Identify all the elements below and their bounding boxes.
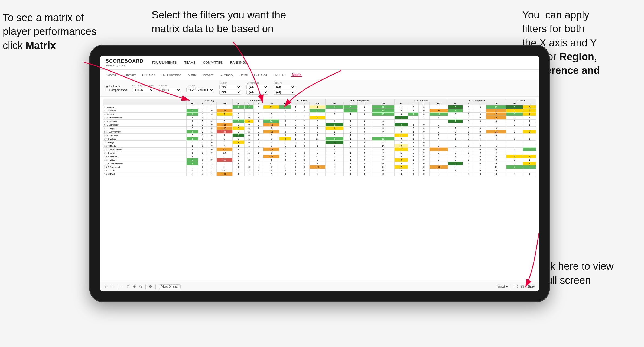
player-name: 8. P Summerhays [103,130,187,134]
filter-conference-select1[interactable]: (All) [246,85,268,89]
pointer-icon[interactable]: ⊹ [121,285,123,289]
filter-max-select[interactable]: Top 25 [132,88,154,92]
nav-tournaments[interactable]: TOURNAMENTS [152,61,177,65]
player-name: 20. M Ford [103,172,187,176]
nav-links: TOURNAMENTS TEAMS COMMITTEE RANKINGS [152,61,247,65]
filter-gender-select[interactable]: Men's [159,88,181,92]
redo-icon[interactable]: ↪ [111,285,114,289]
sub-l5: L [408,102,418,105]
table-row: 13. J Skov Olesen 110-3 210-19 1010 1000… [103,148,536,151]
logo-text: SCOREBOARD [106,58,144,64]
table-row: 11. M Ege 0100 1000 1000 0104 0104 [103,141,536,144]
player-name: 1. W Ding [103,105,187,109]
player-name: 11. M Ege [103,141,187,144]
table-row: 12. M Riedel 110-6 1101 1101 10114 0000 … [103,144,536,148]
filter-max-label: Max players in view [132,84,154,87]
sub-dif3: Dif [309,102,325,105]
player-name: 17. S De La Fuente [103,162,187,165]
player-name: 5. M La Sasso [103,120,187,123]
nav-committee[interactable]: COMMITTEE [203,61,223,65]
table-row: 20. M Ford 331-11 1107 0107 0100 0100 01… [103,172,536,176]
sub-t5: T [419,102,429,105]
sub-t1: T [207,102,216,105]
table-row: 9. N Gabrelcik 0109 0010 0109 0111 1111 … [103,134,536,137]
share-button[interactable]: Share [527,285,535,288]
col-c-lamprecht: 6. C Lamprecht [448,99,506,102]
player-name: 9. N Gabrelcik [103,134,187,137]
player-name: 6. C Lamprecht [103,123,187,127]
sub-t6: T [474,102,486,105]
table-row: 5. M La Sasso 1506 24124 3010 1106 1003 … [103,120,536,123]
subnav-matrix1[interactable]: Matrix [187,73,197,76]
sub-l7: L [523,102,536,105]
undo-icon[interactable]: ↩ [105,285,108,289]
col-m-la-sasso: 5. M La Sasso [394,99,448,102]
filter-region: Region N/A N/A [219,82,241,95]
filter-players-select1[interactable]: (All) [274,85,295,89]
bottom-toolbar: ↩ ↪ ⊹ ⊞ ⊕ ⊖ ⚙ View: Original Watch ▾ ⛶ ⊟… [100,282,539,291]
subnav-h2hgrid2[interactable]: H2H Grid [253,73,268,76]
filter-division-label: Division [186,84,214,87]
toolbar-sep4 [511,284,511,289]
player-name: 10. B Valdes [103,137,187,141]
screen-icon[interactable]: ⛶ [514,285,518,289]
sub-w5: W [394,102,408,105]
player-name: 19. D Ford [103,169,187,172]
col-m-thorbjornsen: 4. M Thorbjornsen [326,99,394,102]
subnav-summary2[interactable]: Summary [219,73,234,76]
col-g-sa: 7. G Sa [506,99,536,102]
player-name: 7. G Sargent [103,127,187,130]
player-name: 13. J Skov Olesen [103,148,187,151]
tablet-frame: SCOREBOARD Powered by clippd TOURNAMENTS… [89,45,550,302]
filter-region-select2[interactable]: N/A [219,90,241,95]
player-name: 2. L Clanton [103,109,187,113]
settings-icon[interactable]: ⚙ [149,285,152,289]
table-row: 10. B Valdes 1110 0101 01011 41011 0104 … [103,137,536,141]
subnav-h2hheatmap[interactable]: H2H Heatmap [161,73,183,76]
subnav-h2hh[interactable]: H2H H... [272,73,287,76]
view-full-label: Full View [109,85,120,88]
table-row: 7. G Sargent 220-15 3010 1101 1000 1003 … [103,127,536,130]
annotation-bold-matrix: Matrix [25,40,56,51]
view-option-compact[interactable]: Compact View [106,89,127,92]
subnav-summary1[interactable]: Summary [121,73,137,76]
layout-icon[interactable]: ⊟ [521,285,524,289]
radio-compact [106,89,108,91]
watch-button[interactable]: Watch ▾ [498,285,508,288]
subnav-detail[interactable]: Detail [239,73,249,76]
view-option-full[interactable]: Full View [106,85,127,88]
filter-conference-select2[interactable]: (All) [246,90,268,95]
player-name: 16. K Vilips [103,158,187,162]
annotation-topleft-text: To see a matrix of player performances c… [3,12,96,51]
table-row: 15. P Maichon 1110 110-19 410-7 0100 010… [103,155,536,158]
matrix-area[interactable]: 1. W Ding 2. L Clanton 3. J Koivun 4. M … [100,97,539,282]
filter-players-select2[interactable]: (All) [274,90,295,95]
subnav-teams[interactable]: Teams [106,73,117,76]
table-row: 19. D Ford 201-20 241-1 0100 01013 0100 … [103,169,536,172]
sub-l2: L [244,102,253,105]
toolbar-sep3 [155,284,156,289]
subnav-players[interactable]: Players [202,73,214,76]
subnav-h2hgrid1[interactable]: H2H Grid [141,73,156,76]
filter-region-select1[interactable]: N/A [219,85,241,89]
nav-teams[interactable]: TEAMS [184,61,195,65]
player-name: 15. P Maichon [103,155,187,158]
annotation-topcenter-text: Select the filters you want the matrix d… [152,9,286,34]
sub-dif5: Dif [429,102,448,105]
filter-division-select[interactable]: NCAA Division I [186,88,214,92]
filter-conference-label: Conference [246,82,268,84]
view-original-button[interactable]: View: Original [159,284,181,289]
sub-l6: L [463,102,474,105]
filter-players-label: Players [274,82,295,84]
sub-dif4: Dif [372,102,394,105]
sub-t3: T [300,102,310,105]
logo-sub: Powered by clippd [106,64,144,67]
add-icon[interactable]: ⊞ [127,285,130,289]
table-row: 14. J Lundin 11010 0110 1000 010-7 1000 … [103,151,536,155]
nav-rankings[interactable]: RANKINGS [230,61,247,65]
zoom-out-icon[interactable]: ⊖ [139,285,142,289]
player-name: 12. M Riedel [103,144,187,148]
subnav-matrix2[interactable]: Matrix [291,73,302,77]
filter-gender-label: Gender [159,84,181,87]
zoom-in-icon[interactable]: ⊕ [133,285,136,289]
